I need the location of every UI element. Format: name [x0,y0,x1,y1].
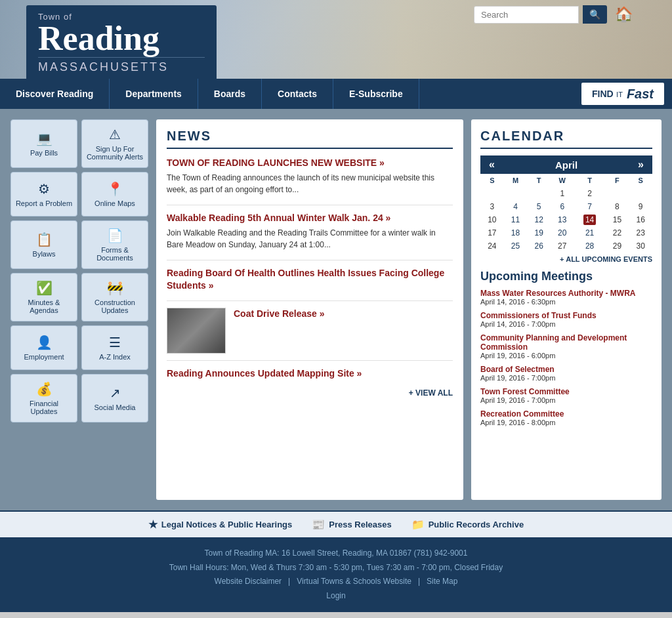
news-view-all[interactable]: + VIEW ALL [167,388,453,398]
calendar-header: « April » [480,155,652,174]
ql-minutes[interactable]: ✅ Minutes & Agendas [10,273,77,321]
calendar-day[interactable]: 13 [551,213,574,226]
construction-icon: 🚧 [107,280,123,296]
news-title-2[interactable]: Reading Board Of Health Outlines Health … [167,267,453,291]
construction-label: Construction Updates [86,299,144,314]
calendar-day[interactable]: 21 [574,226,606,239]
calendar-day: 3 [480,200,504,213]
calendar-day-link[interactable]: 28 [585,241,594,251]
ql-forms[interactable]: 📄 Forms & Documents [81,220,148,269]
calendar-day[interactable]: 26 [527,239,551,253]
calendar-day[interactable]: 6 [551,200,574,213]
search-input[interactable] [474,6,579,24]
all-events-link[interactable]: + ALL UPCOMING EVENTS [480,255,652,263]
ql-online-maps[interactable]: 📍 Online Maps [81,172,148,216]
calendar-day-link[interactable]: 12 [534,215,543,224]
report-problem-label: Report a Problem [16,199,72,207]
meeting-title-1[interactable]: Commissioners of Trust Funds [480,311,652,320]
ql-social-media[interactable]: ↗ Social Media [81,374,148,422]
calendar-day[interactable]: 7 [574,200,606,213]
calendar-day-link[interactable]: 25 [511,241,520,251]
calendar-day-link[interactable]: 6 [560,202,564,211]
online-maps-icon: 📍 [107,181,123,197]
az-index-icon: ☰ [109,335,121,350]
calendar-day-link[interactable]: 11 [511,215,520,224]
meeting-title-5[interactable]: Recreation Committee [480,409,652,419]
calendar-day: 17 [480,226,504,239]
ql-bylaws[interactable]: 📋 Bylaws [10,220,77,269]
ql-construction[interactable]: 🚧 Construction Updates [81,273,148,321]
calendar-day-link[interactable]: 5 [537,202,541,211]
calendar-today[interactable]: 14 [583,215,596,225]
footer-virtual-towns-link[interactable]: Virtual Towns & Schools Website [297,575,411,589]
nav-item-contacts[interactable]: Contacts [262,79,333,109]
calendar-day[interactable]: 19 [527,226,551,239]
news-title-4[interactable]: Reading Announces Updated Mapping Site » [167,367,453,379]
calendar-day-link[interactable]: 20 [558,228,566,237]
news-title-0[interactable]: TOWN OF READING LAUNCHES NEW WEBSITE » [167,157,453,169]
footer-sitemap-link[interactable]: Site Map [427,575,457,589]
nav-item-boards[interactable]: Boards [198,79,262,109]
footer-address: Town of Reading MA: 16 Lowell Street, Re… [9,546,663,561]
employment-icon: 👤 [36,335,52,350]
quick-links-grid: 💻 Pay Bills ⚠ Sign Up For Community Aler… [10,119,148,422]
calendar-day[interactable]: 11 [504,213,528,226]
calendar-day[interactable]: 14 [574,213,606,226]
calendar-day[interactable]: 5 [527,200,551,213]
news-title-1[interactable]: Walkable Reading 5th Annual Winter Walk … [167,212,453,224]
meeting-title-3[interactable]: Board of Selectmen [480,365,652,374]
search-button[interactable]: 🔍 [583,5,607,24]
nav-item-discover[interactable]: Discover Reading [0,79,110,109]
meeting-item: Recreation CommitteeApril 19, 2016 - 8:0… [480,409,652,426]
public-records-link[interactable]: 📁 Public Records Archive [411,518,524,531]
ql-az-index[interactable]: ☰ A-Z Index [81,325,148,370]
calendar-day-link[interactable]: 7 [587,202,592,211]
calendar-day[interactable]: 28 [574,239,606,253]
nav-item-esubscribe[interactable]: E-Subscribe [333,79,419,109]
footer-login-link[interactable]: Login [326,591,345,600]
calendar-day-link[interactable]: 26 [534,241,543,251]
calendar-day: 23 [629,226,652,239]
home-button[interactable]: 🏠 [615,6,633,23]
calendar-day: 27 [551,239,574,253]
calendar-day[interactable]: 12 [527,213,551,226]
meeting-title-4[interactable]: Town Forest Committee [480,387,652,396]
calendar-day[interactable]: 25 [504,239,528,253]
meeting-title-2[interactable]: Community Planning and Development Commi… [480,333,652,352]
calendar-heading: CALENDAR [480,129,652,149]
bottom-links-bar: ★ Legal Notices & Public Hearings 📰 Pres… [0,510,672,537]
press-releases-link[interactable]: 📰 Press Releases [312,518,391,531]
calendar-day-link[interactable]: 21 [585,228,594,237]
news-title-3[interactable]: Coat Drive Release » [234,308,325,319]
news-item-2: Reading Board Of Health Outlines Health … [167,267,453,291]
meeting-item: Mass Water Resources Authority - MWRAApr… [480,289,652,306]
calendar-day [504,187,528,200]
calendar-day-link[interactable]: 18 [511,228,520,237]
news-text-0: The Town of Reading announces the launch… [167,172,453,196]
find-it-fast-button[interactable]: FIND IT Fast [580,81,665,106]
calendar-day[interactable]: 20 [551,226,574,239]
nav-item-departments[interactable]: Departments [110,79,198,109]
bylaws-label: Bylaws [33,250,56,258]
calendar-day: 30 [629,239,652,253]
legal-notices-link[interactable]: ★ Legal Notices & Public Hearings [148,518,292,531]
ql-employment[interactable]: 👤 Employment [10,325,77,370]
financial-label: Financial Updates [15,400,73,415]
news-text-1: Join Walkable Reading and the Reading Tr… [167,227,453,251]
calendar-day-link[interactable]: 4 [513,202,518,211]
calendar-day [527,187,551,200]
calendar-prev-button[interactable]: « [484,159,500,171]
ql-pay-bills[interactable]: 💻 Pay Bills [10,119,77,168]
footer-disclaimer-link[interactable]: Website Disclaimer [215,575,282,589]
meeting-title-0[interactable]: Mass Water Resources Authority - MWRA [480,289,652,298]
ql-community-alerts[interactable]: ⚠ Sign Up For Community Alerts [81,119,148,168]
calendar-next-button[interactable]: » [633,159,649,171]
legal-notices-label: Legal Notices & Public Hearings [161,520,292,529]
pay-bills-icon: 💻 [36,131,52,146]
ql-financial[interactable]: 💰 Financial Updates [10,374,77,422]
calendar-day-link[interactable]: 13 [558,215,566,224]
calendar-day[interactable]: 18 [504,226,528,239]
calendar-day[interactable]: 4 [504,200,528,213]
ql-report-problem[interactable]: ⚙ Report a Problem [10,172,77,216]
calendar-day-link[interactable]: 19 [534,228,543,237]
